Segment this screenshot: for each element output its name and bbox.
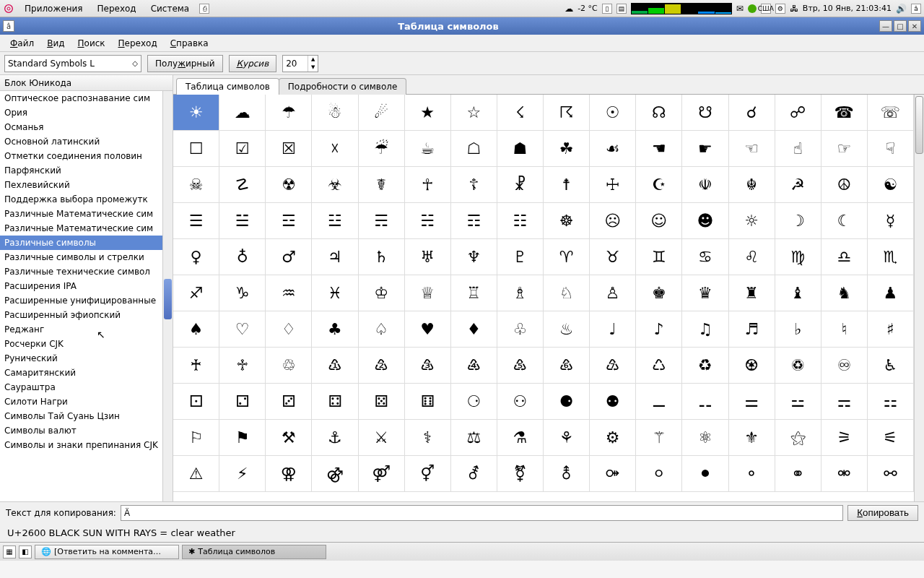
sidebar-header[interactable]: Блок Юникода: [0, 75, 173, 91]
character-cell[interactable]: ☗: [497, 131, 544, 167]
character-cell[interactable]: ♣: [312, 311, 358, 348]
character-cell[interactable]: ☭: [775, 167, 821, 203]
character-cell[interactable]: ☳: [312, 203, 358, 239]
character-cell[interactable]: ♵: [405, 348, 451, 384]
unicode-block-item[interactable]: Расширения IPA: [0, 279, 162, 293]
disk-icon[interactable]: ▤: [616, 4, 627, 14]
character-cell[interactable]: ☌: [729, 95, 775, 131]
character-cell[interactable]: ☣: [312, 167, 358, 203]
character-cell[interactable]: ⚌: [729, 384, 775, 420]
unicode-block-item[interactable]: Расширенные унифицированные: [0, 293, 162, 308]
character-cell[interactable]: ♾: [821, 348, 868, 384]
character-cell[interactable]: ♇: [497, 239, 544, 275]
character-cell[interactable]: ♈: [544, 239, 590, 275]
minimize-button[interactable]: —: [879, 20, 892, 32]
clock[interactable]: Втр, 10 Янв, 21:03:41: [803, 4, 892, 13]
copy-input[interactable]: [121, 505, 843, 521]
close-button[interactable]: ✕: [908, 20, 921, 32]
character-cell[interactable]: ☬: [729, 167, 775, 203]
character-cell[interactable]: ⚨: [544, 456, 590, 492]
copy-button[interactable]: Копировать: [847, 505, 918, 521]
character-cell[interactable]: ♀: [173, 239, 219, 275]
character-cell[interactable]: ⚊: [636, 384, 682, 420]
character-cell[interactable]: ♄: [359, 239, 405, 275]
unicode-block-item[interactable]: Различные Математические сим: [0, 221, 162, 236]
character-cell[interactable]: ⚪: [636, 456, 682, 492]
apps-menu[interactable]: Приложения: [20, 2, 87, 15]
character-cell[interactable]: ⚔: [359, 420, 405, 456]
character-cell[interactable]: ♩: [590, 311, 636, 348]
character-cell[interactable]: ♶: [451, 348, 497, 384]
character-cell[interactable]: ☽: [775, 203, 821, 239]
character-cell[interactable]: ♭: [775, 311, 821, 348]
character-cell[interactable]: ♉: [590, 239, 636, 275]
character-cell[interactable]: ☼: [729, 203, 775, 239]
character-cell[interactable]: ★: [405, 95, 451, 131]
character-cell[interactable]: ⚥: [405, 456, 451, 492]
character-cell[interactable]: ☩: [590, 167, 636, 203]
workspace-switcher[interactable]: ◧: [19, 545, 32, 558]
character-cell[interactable]: ♏: [868, 239, 914, 275]
character-cell[interactable]: ☿: [868, 203, 914, 239]
unicode-block-item[interactable]: Саураштра: [0, 380, 162, 394]
character-cell[interactable]: ☺: [636, 203, 682, 239]
lock-icon[interactable]: â: [911, 4, 921, 14]
size-up-button[interactable]: ▲: [308, 56, 318, 64]
character-cell[interactable]: ⚛: [682, 420, 728, 456]
character-cell[interactable]: ♳: [312, 348, 358, 384]
taskbar-task[interactable]: 🌐[Ответить на коммента…: [35, 545, 179, 559]
unicode-block-item[interactable]: Самаритянский: [0, 366, 162, 380]
character-cell[interactable]: ⚜: [729, 420, 775, 456]
character-cell[interactable]: ⚑: [219, 420, 266, 456]
character-cell[interactable]: ⚫: [682, 456, 728, 492]
menu-item[interactable]: Вид: [41, 36, 70, 51]
character-cell[interactable]: ⚚: [636, 420, 682, 456]
character-cell[interactable]: ☛: [682, 131, 728, 167]
character-cell[interactable]: ⚓: [312, 420, 358, 456]
unicode-block-item[interactable]: Различные Математические сим: [0, 207, 162, 221]
character-cell[interactable]: ⚍: [775, 384, 821, 420]
places-menu[interactable]: Переход: [93, 2, 141, 15]
character-cell[interactable]: ☁: [219, 95, 266, 131]
character-cell[interactable]: ♨: [544, 311, 590, 348]
character-cell[interactable]: ♹: [590, 348, 636, 384]
character-cell[interactable]: ☦: [451, 167, 497, 203]
character-cell[interactable]: ☃: [312, 95, 358, 131]
character-cell[interactable]: ♙: [590, 275, 636, 311]
character-cell[interactable]: ☚: [636, 131, 682, 167]
character-cell[interactable]: ♅: [405, 239, 451, 275]
unicode-block-item[interactable]: Символы Тай Суань Цзин: [0, 409, 162, 423]
character-cell[interactable]: ♷: [497, 348, 544, 384]
character-cell[interactable]: ☸: [544, 203, 590, 239]
character-cell[interactable]: ⚙: [590, 420, 636, 456]
character-cell[interactable]: ♫: [682, 311, 728, 348]
character-cell[interactable]: ♱: [219, 348, 266, 384]
character-cell[interactable]: ♛: [682, 275, 728, 311]
character-cell[interactable]: ☓: [312, 131, 358, 167]
character-cell[interactable]: ⚅: [405, 384, 451, 420]
unicode-block-item[interactable]: Парфянский: [0, 163, 162, 178]
character-cell[interactable]: ⚕: [405, 420, 451, 456]
character-cell[interactable]: ☥: [405, 167, 451, 203]
character-cell[interactable]: ☵: [405, 203, 451, 239]
character-cell[interactable]: ☲: [266, 203, 312, 239]
character-cell[interactable]: ♰: [173, 348, 219, 384]
character-cell[interactable]: ☷: [497, 203, 544, 239]
character-cell[interactable]: ⚐: [173, 420, 219, 456]
tab[interactable]: Таблица символов: [176, 78, 279, 95]
maximize-button[interactable]: □: [894, 20, 907, 32]
character-cell[interactable]: ☤: [359, 167, 405, 203]
character-cell[interactable]: ♆: [451, 239, 497, 275]
character-cell[interactable]: ♜: [729, 275, 775, 311]
character-cell[interactable]: ♖: [451, 275, 497, 311]
character-cell[interactable]: ♂: [266, 239, 312, 275]
character-cell[interactable]: ⚋: [682, 384, 728, 420]
character-cell[interactable]: ☀: [173, 95, 219, 131]
character-cell[interactable]: ⚡: [219, 456, 266, 492]
character-cell[interactable]: ⚮: [821, 456, 868, 492]
character-cell[interactable]: ⚣: [312, 456, 358, 492]
character-cell[interactable]: ♃: [312, 239, 358, 275]
unicode-block-item[interactable]: Росчерки CJK: [0, 337, 162, 351]
character-cell[interactable]: ☠: [173, 167, 219, 203]
character-cell[interactable]: ⚇: [497, 384, 544, 420]
